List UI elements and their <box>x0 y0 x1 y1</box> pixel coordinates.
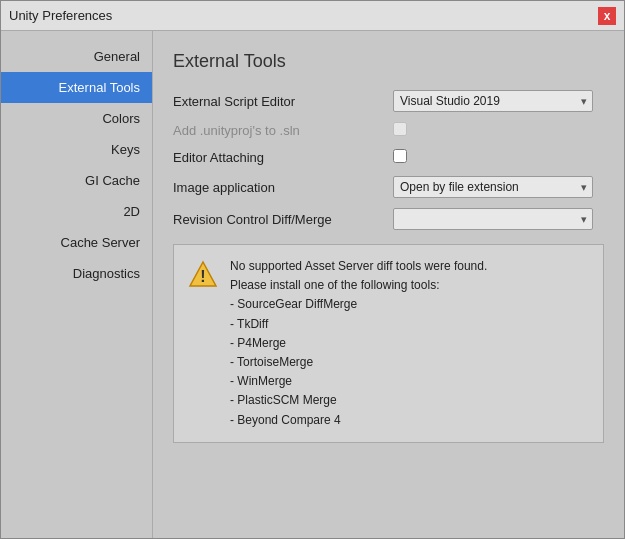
revision-control-row: Revision Control Diff/Merge <box>173 208 604 230</box>
editor-attaching-label: Editor Attaching <box>173 150 393 165</box>
sidebar-item-external-tools[interactable]: External Tools <box>1 72 152 103</box>
add-unityproj-checkbox[interactable] <box>393 122 407 136</box>
main-panel: External Tools External Script Editor Vi… <box>153 31 624 538</box>
script-editor-select-wrapper: Visual Studio 2019 <box>393 90 593 112</box>
script-editor-select[interactable]: Visual Studio 2019 <box>393 90 593 112</box>
sidebar-item-2d[interactable]: 2D <box>1 196 152 227</box>
script-editor-label: External Script Editor <box>173 94 393 109</box>
window-content: General External Tools Colors Keys GI Ca… <box>1 31 624 538</box>
add-unityproj-row: Add .unityproj's to .sln <box>173 122 604 139</box>
image-application-control: Open by file extension <box>393 176 604 198</box>
warning-tool-4: - WinMerge <box>230 372 487 391</box>
warning-tool-0: - SourceGear DiffMerge <box>230 295 487 314</box>
image-application-row: Image application Open by file extension <box>173 176 604 198</box>
revision-control-select-wrapper <box>393 208 593 230</box>
sidebar-item-gi-cache[interactable]: GI Cache <box>1 165 152 196</box>
warning-tool-6: - Beyond Compare 4 <box>230 411 487 430</box>
svg-text:!: ! <box>200 268 205 285</box>
image-application-select-wrapper: Open by file extension <box>393 176 593 198</box>
warning-tool-2: - P4Merge <box>230 334 487 353</box>
sidebar: General External Tools Colors Keys GI Ca… <box>1 31 153 538</box>
image-application-label: Image application <box>173 180 393 195</box>
editor-attaching-control <box>393 149 604 166</box>
window-title: Unity Preferences <box>9 8 112 23</box>
warning-line1: No supported Asset Server diff tools wer… <box>230 257 487 276</box>
section-title: External Tools <box>173 51 604 72</box>
warning-tool-3: - TortoiseMerge <box>230 353 487 372</box>
editor-attaching-checkbox[interactable] <box>393 149 407 163</box>
script-editor-row: External Script Editor Visual Studio 201… <box>173 90 604 112</box>
revision-control-label: Revision Control Diff/Merge <box>173 212 393 227</box>
script-editor-control: Visual Studio 2019 <box>393 90 604 112</box>
warning-tool-1: - TkDiff <box>230 315 487 334</box>
add-unityproj-label: Add .unityproj's to .sln <box>173 123 393 138</box>
unity-preferences-window: Unity Preferences x General External Too… <box>0 0 625 539</box>
add-unityproj-control <box>393 122 604 139</box>
warning-line2: Please install one of the following tool… <box>230 276 487 295</box>
warning-icon: ! <box>188 259 218 289</box>
warning-box: ! No supported Asset Server diff tools w… <box>173 244 604 443</box>
title-bar: Unity Preferences x <box>1 1 624 31</box>
editor-attaching-row: Editor Attaching <box>173 149 604 166</box>
close-button[interactable]: x <box>598 7 616 25</box>
sidebar-item-diagnostics[interactable]: Diagnostics <box>1 258 152 289</box>
sidebar-item-cache-server[interactable]: Cache Server <box>1 227 152 258</box>
image-application-select[interactable]: Open by file extension <box>393 176 593 198</box>
sidebar-item-keys[interactable]: Keys <box>1 134 152 165</box>
revision-control-control <box>393 208 604 230</box>
warning-text: No supported Asset Server diff tools wer… <box>230 257 487 430</box>
warning-tool-5: - PlasticSCM Merge <box>230 391 487 410</box>
sidebar-item-colors[interactable]: Colors <box>1 103 152 134</box>
revision-control-select[interactable] <box>393 208 593 230</box>
sidebar-item-general[interactable]: General <box>1 41 152 72</box>
